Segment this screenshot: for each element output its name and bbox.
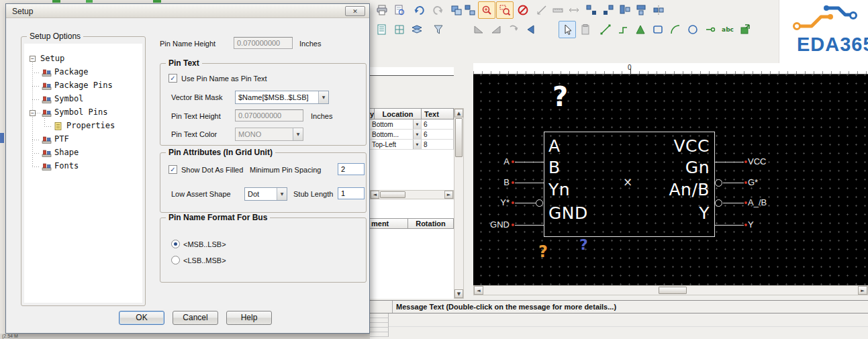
ruler-icon <box>552 4 564 16</box>
scroll-left-icon: ◄ <box>373 192 377 197</box>
tree-item-package-pins[interactable]: Package Pins <box>54 81 113 90</box>
dimension-button[interactable] <box>565 1 583 19</box>
help-button[interactable]: Help <box>226 311 272 325</box>
grid-vertical-scrollbar[interactable]: ▲ ▼ <box>454 108 464 299</box>
setup-dialog[interactable]: Setup ✕ Setup Options − Setup Package Pa… <box>5 3 370 334</box>
tree-item-symbol-pins[interactable]: Symbol Pins <box>54 107 107 117</box>
scroll-left-button[interactable]: ◄ <box>371 191 379 199</box>
symbol-canvas[interactable]: ? ? ? × A A B B Y* Yn GND GND <box>473 75 868 285</box>
pin-name-height-field[interactable]: 0.070000000 <box>234 37 293 49</box>
tree-item-setup[interactable]: Setup <box>40 54 64 63</box>
zoom-off-button[interactable] <box>514 1 532 19</box>
show-dot-checkbox[interactable]: ✓ <box>168 165 177 174</box>
align-2-button[interactable] <box>599 1 617 19</box>
close-button[interactable]: ✕ <box>345 6 365 16</box>
scroll-down-button[interactable]: ▼ <box>454 289 463 298</box>
grid-cell-text[interactable]: 8 <box>422 140 454 150</box>
column-header-sliver[interactable]: y <box>370 108 375 119</box>
cancel-button[interactable]: Cancel <box>173 311 218 325</box>
tree-item-properties[interactable]: Properties <box>66 121 115 130</box>
chevron-down-icon[interactable]: ▼ <box>413 130 421 139</box>
rotate-button[interactable] <box>505 21 522 38</box>
question-mark-blue[interactable]: ? <box>579 236 588 253</box>
tree-expander-setup[interactable]: − <box>30 56 36 62</box>
scrollbar-thumb[interactable] <box>455 118 463 157</box>
paste-button[interactable] <box>577 21 594 38</box>
scroll-right-button[interactable]: ► <box>858 286 867 295</box>
scrollbar-thumb[interactable] <box>659 287 687 294</box>
column-header-ment[interactable]: ment <box>370 218 408 229</box>
question-mark-orange[interactable]: ? <box>538 242 548 261</box>
grid-cell-text[interactable]: 6 <box>422 130 454 140</box>
measure-button[interactable] <box>533 1 550 19</box>
text-tool-button[interactable]: abc <box>719 21 736 38</box>
mirror-b-button[interactable] <box>487 21 505 38</box>
chevron-down-icon[interactable]: ▼ <box>413 119 421 129</box>
scroll-left-button[interactable]: ◄ <box>474 286 483 295</box>
chevron-down-icon[interactable]: ▼ <box>318 91 328 103</box>
column-header-text[interactable]: Text <box>422 108 454 119</box>
lsb-msb-radio[interactable] <box>171 256 180 264</box>
tree-item-ptf[interactable]: PTF <box>54 134 69 144</box>
align-1-button[interactable] <box>583 1 600 19</box>
grid-cell-text[interactable]: 6 <box>422 119 454 130</box>
draw-arc-button[interactable] <box>667 21 684 38</box>
tree-expander-symbol-pins[interactable]: − <box>30 110 36 116</box>
print-preview-button[interactable] <box>391 1 408 19</box>
grid-horizontal-scrollbar[interactable]: ◄ ► <box>370 190 454 199</box>
windows-button[interactable] <box>461 1 479 19</box>
message-bar[interactable]: Message Text (Double-click on the messag… <box>370 300 868 313</box>
draw-line-button[interactable] <box>597 21 614 38</box>
flip-left-button[interactable] <box>522 21 540 38</box>
export-button[interactable] <box>736 21 754 38</box>
use-pin-name-checkbox[interactable]: ✓ <box>168 74 177 83</box>
layers-button[interactable] <box>408 21 426 38</box>
ok-button[interactable]: OK <box>119 311 164 325</box>
mirror-a-button[interactable] <box>470 21 487 38</box>
align-4-button[interactable] <box>633 1 650 19</box>
chevron-down-icon[interactable]: ▼ <box>293 128 303 140</box>
stub-length-field[interactable]: 1 <box>338 187 365 199</box>
filter-button[interactable] <box>430 21 447 38</box>
grid-cell-location[interactable]: Top-Left▼ <box>370 140 422 150</box>
pin-text-color-select[interactable]: MONO▼ <box>235 128 303 141</box>
align-3-button[interactable] <box>616 1 634 19</box>
draw-pin-button[interactable] <box>702 21 719 38</box>
scrollbar-thumb[interactable] <box>380 191 405 198</box>
scroll-up-button[interactable]: ▲ <box>454 109 463 117</box>
chevron-down-icon[interactable]: ▼ <box>413 140 421 149</box>
tree-item-shape[interactable]: Shape <box>54 148 79 157</box>
print-button[interactable] <box>373 1 391 19</box>
low-assert-shape-select[interactable]: Dot▼ <box>244 187 287 201</box>
setup-tree[interactable]: − Setup Package Package Pins Symbol − <box>24 44 142 303</box>
canvas-horizontal-scrollbar[interactable]: ◄ ► <box>473 285 868 295</box>
scroll-right-button[interactable]: ► <box>444 191 453 199</box>
draw-polyline-button[interactable] <box>614 21 632 38</box>
draw-rect-button[interactable] <box>649 21 667 38</box>
chevron-down-icon[interactable]: ▼ <box>277 188 287 200</box>
grid-button[interactable] <box>391 21 408 38</box>
redo-button[interactable] <box>429 1 446 19</box>
grid-cell-location[interactable]: Bottom...▼ <box>370 130 422 140</box>
draw-polygon-button[interactable] <box>632 21 649 38</box>
column-header-rotation[interactable]: Rotation <box>408 218 454 229</box>
zoom-in-button[interactable] <box>478 1 495 19</box>
dialog-titlebar[interactable]: Setup ✕ <box>6 4 369 18</box>
column-header-location[interactable]: Location <box>375 108 422 119</box>
pin-text-height-field[interactable]: 0.070000000 <box>235 109 303 122</box>
vector-bit-mask-select[interactable]: $Name[$MSB..$LSB]▼ <box>235 91 329 104</box>
min-pin-spacing-field[interactable]: 2 <box>338 163 365 175</box>
draw-circle-button[interactable] <box>684 21 702 38</box>
tree-item-fonts[interactable]: Fonts <box>54 161 79 171</box>
sheet-button[interactable] <box>373 21 391 38</box>
question-mark-white[interactable]: ? <box>552 81 568 112</box>
select-tool-button[interactable] <box>559 21 576 38</box>
ruler-button[interactable] <box>549 1 567 19</box>
tree-item-package[interactable]: Package <box>54 67 89 77</box>
tree-item-symbol[interactable]: Symbol <box>54 94 83 103</box>
msb-lsb-radio[interactable] <box>171 240 180 248</box>
zoom-window-button[interactable] <box>496 1 514 19</box>
grid-cell-location[interactable]: Bottom▼ <box>370 119 422 130</box>
undo-button[interactable] <box>411 1 428 19</box>
align-5-button[interactable] <box>650 1 667 19</box>
